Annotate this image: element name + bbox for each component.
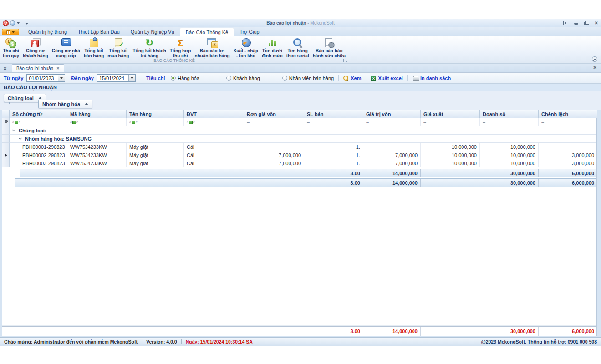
cell: Máy giặt (127, 143, 184, 151)
ribbon-button-cong-no-khach-hang[interactable]: Công nợkhách hàng (21, 36, 50, 58)
ribbon-tab-thiet-lap-ban-dau[interactable]: Thiết Lập Ban Đầu (72, 28, 125, 36)
group-row-chung-loai[interactable]: Chủng loại: (2, 126, 596, 135)
group-by-nhom-hang-hoa[interactable]: Nhóm hàng hóa (38, 100, 92, 108)
sigma-icon: Σ (174, 37, 186, 48)
fullscreen-icon[interactable] (563, 21, 568, 25)
grand-total-revenue: 30,000,000 (480, 327, 539, 336)
ribbon-button-ton-duoi-dinh-muc[interactable]: Tồn dướiđịnh mức (260, 36, 285, 58)
grand-total-qty: 3.00 (304, 327, 363, 336)
application-menu-button[interactable] (2, 29, 19, 35)
radio-icon (226, 76, 231, 81)
column-header[interactable]: Giá trị vốn (363, 110, 421, 118)
app-logo-icon[interactable]: V (3, 20, 9, 26)
minimize-icon[interactable] (574, 21, 579, 25)
ribbon-group-bao-cao-thong-ke: Thu chitồn quỹ Công nợkhách hàng Công nợ… (1, 36, 349, 63)
to-date-dropdown-icon[interactable] (128, 75, 135, 81)
radio-nhan-vien-ban-hang[interactable]: Nhân viên bán hàng (282, 76, 334, 81)
cell: PBH00002-290823 (10, 151, 67, 159)
filter-cell[interactable]: ac (184, 118, 244, 126)
filter-cell[interactable]: – (244, 118, 304, 126)
collapse-chevron-icon[interactable] (19, 136, 22, 139)
close-panel-icon[interactable]: ✕ (593, 65, 597, 70)
filter-cell[interactable]: – (539, 118, 597, 126)
column-header[interactable]: Tên hàng (127, 110, 184, 118)
ribbon-button-tong-hop-thu-chi[interactable]: Σ Tổng hợpthu chi (168, 36, 193, 58)
view-button[interactable]: Xem (343, 76, 361, 81)
column-header[interactable]: Giá xuất (421, 110, 480, 118)
separator (338, 75, 339, 81)
filter-cell[interactable]: – (363, 118, 421, 126)
ribbon-button-bao-cao-loi-nhuan-ban-hang[interactable]: Báo cáo lợinhuận bán hàng (193, 36, 231, 58)
app-menu-grid-icon (6, 30, 10, 34)
cell: 1. (304, 151, 363, 159)
close-document-icon[interactable]: ✕ (0, 65, 10, 72)
cell: WW75J4233KW (67, 143, 127, 151)
coins-icon (5, 37, 17, 48)
filter-cell[interactable]: – (421, 118, 480, 126)
quick-access-customize-icon[interactable] (25, 22, 28, 25)
ribbon-button-thu-chi-ton-quy[interactable]: Thu chitồn quỹ (1, 36, 21, 58)
table-row[interactable]: PBH00002-290823 WW75J4233KW Máy giặt Cái… (2, 151, 596, 159)
cell: Cái (184, 159, 244, 167)
column-header[interactable]: Đơn giá vốn (244, 110, 304, 118)
ribbon-button-cong-no-nha-cung-cap[interactable]: Công nợ nhàcung cấp (50, 36, 82, 58)
dialog-launcher-icon[interactable] (343, 59, 347, 62)
from-date-dropdown-icon[interactable] (58, 75, 65, 81)
cell: 10,000,000 (421, 159, 480, 167)
column-header[interactable]: ĐVT (184, 110, 244, 118)
group-row-nhom-hang-hoa[interactable]: Nhóm hàng hóa: SAMSUNG (2, 135, 596, 143)
chevron-down-icon (17, 22, 20, 24)
cell: 3,000,000 (539, 151, 597, 159)
ribbon-tab-tro-giup[interactable]: Trợ Giúp (234, 28, 265, 36)
column-header[interactable]: Chênh lệch (539, 110, 597, 118)
ribbon-button-tong-ket-khach-tra-hang[interactable]: ↻ Tổng kết kháchtrả hàng (131, 36, 168, 58)
radio-icon (282, 76, 287, 81)
filter-cell[interactable]: – (304, 118, 363, 126)
ribbon-tab-quan-ly-nghiep-vu[interactable]: Quản Lý Nghiệp Vụ (125, 28, 180, 36)
to-date-label: Đến ngày (71, 76, 94, 81)
footer-cost: 14,000,000 (363, 179, 421, 187)
filter-cell[interactable]: ac (10, 118, 67, 126)
sort-ascending-icon (85, 103, 88, 105)
radio-khach-hang[interactable]: Khách hàng (226, 76, 260, 81)
collapse-chevron-icon[interactable] (12, 128, 15, 131)
ribbon-tab-quan-tri-he-thong[interactable]: Quản trị hệ thống (23, 28, 72, 36)
ribbon-tab-bao-cao-thong-ke[interactable]: Báo Cáo Thống Kê (180, 28, 234, 36)
restore-icon[interactable] (584, 21, 589, 25)
column-header[interactable]: Mã hàng (67, 110, 127, 118)
printer-icon (413, 76, 418, 81)
document-tab[interactable]: Báo cáo lợi nhuận ✕ (12, 64, 64, 72)
column-header[interactable]: Doanh số (480, 110, 539, 118)
ribbon-button-tong-ket-ban-hang[interactable]: Tổng kếtbán hàng (82, 36, 106, 58)
close-tab-icon[interactable]: ✕ (56, 66, 60, 71)
print-list-button[interactable]: In danh sách (413, 76, 451, 81)
skin-sphere-icon[interactable] (10, 20, 15, 26)
document-tab-bar: ✕ Báo cáo lợi nhuận ✕ ✕ (0, 64, 601, 73)
ribbon-button-tong-ket-mua-hang[interactable]: Tổng kếtmua hàng (106, 36, 131, 58)
footer-diff: 6,000,000 (539, 179, 597, 187)
table-row[interactable]: PBH00003-290823 WW75J4233KW Máy giặt Cái… (2, 159, 596, 167)
table-row[interactable]: PBH00001-290823 WW75J4233KW Máy giặt Cái… (2, 143, 596, 151)
ribbon-button-tim-hang-theo-serial[interactable]: Tìm hàngtheo serial (285, 36, 311, 58)
ribbon-button-xuat-nhap-ton-kho[interactable]: Xuất - nhập- tồn kho (232, 36, 260, 58)
column-header[interactable]: Số chứng từ (10, 110, 67, 118)
sales-note-icon (88, 37, 100, 48)
purchase-checklist-icon (112, 37, 124, 48)
export-excel-button[interactable]: X Xuất excel (371, 76, 402, 81)
close-icon[interactable]: ✕ (595, 21, 598, 25)
cell: 7,000,000 (363, 159, 421, 167)
column-header[interactable]: SL bán (304, 110, 363, 118)
ribbon: Thu chitồn quỹ Công nợkhách hàng Công nợ… (0, 36, 601, 64)
to-date-input[interactable] (97, 75, 128, 81)
ribbon-collapse-icon[interactable] (592, 56, 597, 62)
from-date-input[interactable] (27, 75, 58, 81)
magnifier-icon (343, 76, 349, 81)
ribbon-button-bao-cao-bao-hanh-sua-chua[interactable]: Báo cáo bảohành sửa chữa (311, 36, 347, 58)
chevron-down-icon (12, 31, 15, 33)
radio-hang-hoa[interactable]: Hàng hóa (171, 76, 199, 81)
filter-cell[interactable]: – (480, 118, 539, 126)
cell: 1. (304, 143, 363, 151)
filter-cell[interactable]: ac (127, 118, 184, 126)
radio-label: Hàng hóa (178, 76, 199, 81)
filter-cell[interactable]: ac (67, 118, 127, 126)
